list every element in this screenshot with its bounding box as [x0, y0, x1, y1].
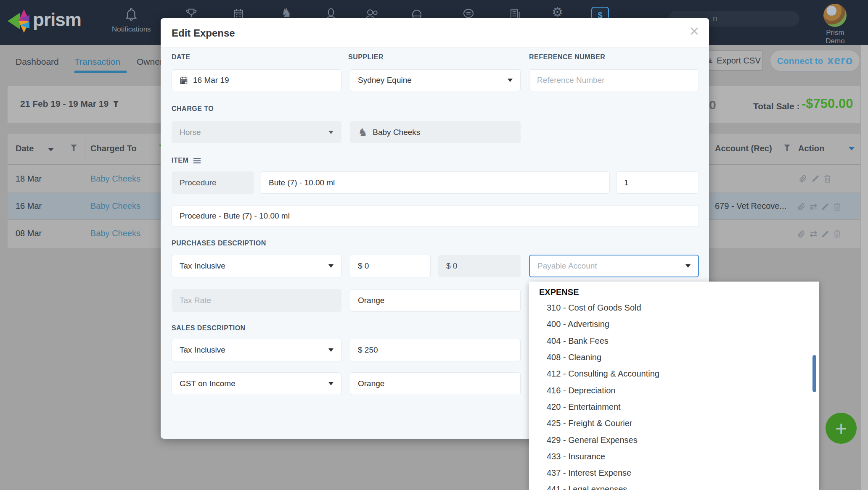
- dropdown-option[interactable]: 441 - Legal expenses: [529, 481, 819, 490]
- paperclip-icon[interactable]: [797, 202, 806, 211]
- column-header-charged-to[interactable]: Charged To: [90, 144, 137, 153]
- shuffle-icon[interactable]: ⇄: [810, 229, 817, 240]
- column-header-action[interactable]: Action: [798, 144, 824, 153]
- tab-transaction[interactable]: Transaction: [74, 57, 120, 67]
- shuffle-icon[interactable]: ⇄: [810, 201, 817, 212]
- tax-rate-field: Tax Rate: [172, 289, 341, 312]
- dropdown-option[interactable]: 412 - Consulting & Accounting: [529, 366, 819, 382]
- date-range-filter[interactable]: 21 Feb 19 - 19 Mar 19: [20, 99, 119, 109]
- sales-gst-select[interactable]: GST on Income: [172, 372, 341, 395]
- avatar[interactable]: [823, 4, 847, 27]
- account-rec-cell: 679 - Vet Recove...: [715, 201, 786, 211]
- delete-icon[interactable]: [833, 203, 841, 211]
- column-header-date[interactable]: Date: [16, 144, 34, 153]
- sort-icon[interactable]: [48, 148, 54, 151]
- hamburger-icon[interactable]: [193, 158, 201, 163]
- dropdown-option[interactable]: 433 - Insurance: [529, 448, 819, 465]
- item-label: ITEM: [172, 157, 201, 164]
- column-header-account-rec[interactable]: Account (Rec): [715, 144, 772, 153]
- item-type-field: Procedure: [172, 171, 254, 194]
- chevron-down-icon: [685, 264, 691, 268]
- chevron-down-icon: [328, 131, 333, 134]
- modal-title: Edit Expense: [172, 27, 235, 39]
- dropdown-group-header: EXPENSE: [529, 282, 819, 300]
- horse-icon[interactable]: ♞: [281, 7, 292, 19]
- edit-icon[interactable]: [811, 174, 820, 183]
- sales-amount-input[interactable]: $ 250: [350, 339, 521, 361]
- purchase-amount-input[interactable]: $ 0: [350, 255, 431, 277]
- supplier-select[interactable]: Sydney Equine: [350, 69, 521, 91]
- purchase-category-field[interactable]: Orange: [350, 289, 521, 312]
- delete-icon[interactable]: [833, 230, 841, 239]
- chevron-down-icon: [508, 79, 513, 82]
- charged-to-link[interactable]: Baby Cheeks: [90, 201, 140, 211]
- purchase-tax-mode-select[interactable]: Tax Inclusive: [172, 255, 341, 277]
- edit-icon[interactable]: [821, 230, 829, 238]
- delete-icon[interactable]: [823, 174, 831, 183]
- dropdown-option[interactable]: 420 - Entertainment: [529, 399, 819, 415]
- payable-account-select[interactable]: Payable Account: [529, 255, 699, 277]
- dropdown-scrollbar[interactable]: [812, 355, 816, 392]
- dropdown-option[interactable]: 416 - Depreciation: [529, 382, 819, 398]
- modal-header: Edit Expense ×: [161, 18, 709, 47]
- sales-description-label: SALES DESCRIPTION: [172, 324, 246, 332]
- charge-type-select: Horse: [172, 121, 341, 143]
- dropdown-option[interactable]: 310 - Cost of Goods Sold: [529, 300, 819, 316]
- chevron-down-icon: [328, 382, 333, 385]
- user-name[interactable]: Prism Demo: [816, 29, 855, 45]
- item-qty-input[interactable]: 1: [616, 171, 699, 194]
- dropdown-option[interactable]: 404 - Bank Fees: [529, 333, 819, 349]
- export-csv-button[interactable]: Export CSV: [705, 50, 763, 71]
- supplier-label: SUPPLIER: [348, 53, 384, 61]
- notifications-label[interactable]: Notifications: [112, 25, 151, 34]
- reference-input[interactable]: Reference Number: [529, 69, 699, 91]
- plus-icon: +: [835, 417, 847, 440]
- connect-to-xero-button[interactable]: Connect to xero: [770, 50, 860, 72]
- date-field[interactable]: 16 Mar 19: [172, 69, 341, 91]
- charged-to-link[interactable]: Baby Cheeks: [90, 174, 140, 184]
- xero-logo: xero: [827, 54, 853, 67]
- tab-owner[interactable]: Owner: [137, 57, 163, 67]
- page-scrollbar[interactable]: [861, 45, 868, 490]
- total-sale-value: -$750.00: [802, 96, 853, 111]
- total-sale-label: Total Sale :: [753, 101, 799, 111]
- prism-logo-icon[interactable]: [8, 9, 29, 33]
- column-divider: [795, 139, 795, 160]
- purchase-amount2-field: $ 0: [438, 255, 521, 277]
- paperclip-icon[interactable]: [798, 174, 807, 183]
- paperclip-icon[interactable]: [797, 229, 806, 239]
- edit-icon[interactable]: [821, 203, 829, 211]
- filter-icon: [113, 101, 119, 107]
- app-root: Dashboard Transaction Owner Export CSV C…: [0, 0, 868, 490]
- chevron-down-icon: [328, 264, 333, 268]
- gear-icon[interactable]: ⚙: [552, 6, 563, 18]
- add-button[interactable]: +: [826, 413, 857, 444]
- brand-wordmark[interactable]: prism: [33, 9, 81, 30]
- date-label: DATE: [172, 53, 190, 61]
- dropdown-option[interactable]: 408 - Cleaning: [529, 349, 819, 366]
- dropdown-option[interactable]: 429 - General Expenses: [529, 432, 819, 448]
- charged-to-link[interactable]: Baby Cheeks: [90, 229, 140, 238]
- dropdown-option[interactable]: 400 - Advertising: [529, 316, 819, 332]
- partial-total-value: 0: [709, 98, 716, 112]
- charge-to-label: CHARGE TO: [172, 105, 214, 113]
- chevron-down-icon[interactable]: [849, 147, 855, 150]
- item-description-input[interactable]: Procedure - Bute (7) - 10.00 ml: [172, 205, 699, 227]
- payable-account-dropdown: EXPENSE 310 - Cost of Goods Sold 400 - A…: [529, 282, 819, 490]
- sales-category-field[interactable]: Orange: [350, 372, 521, 395]
- charge-entity-field: ♞ Baby Cheeks: [350, 121, 521, 143]
- bell-icon[interactable]: [124, 8, 138, 22]
- chevron-down-icon: [328, 348, 333, 352]
- horse-head-icon: ♞: [358, 127, 368, 138]
- item-input[interactable]: Bute (7) - 10.00 ml: [261, 171, 610, 194]
- close-icon[interactable]: ×: [690, 22, 699, 40]
- dropdown-option[interactable]: 425 - Freight & Courier: [529, 415, 819, 432]
- column-divider: [85, 139, 85, 160]
- tab-active-underline: [74, 71, 127, 73]
- dropdown-option[interactable]: 437 - Interest Expense: [529, 465, 819, 481]
- filter-icon[interactable]: [71, 145, 77, 151]
- reference-label: REFERENCE NUMBER: [529, 53, 605, 61]
- tab-dashboard[interactable]: Dashboard: [16, 57, 59, 67]
- filter-icon[interactable]: [784, 145, 790, 151]
- sales-tax-mode-select[interactable]: Tax Inclusive: [172, 339, 341, 361]
